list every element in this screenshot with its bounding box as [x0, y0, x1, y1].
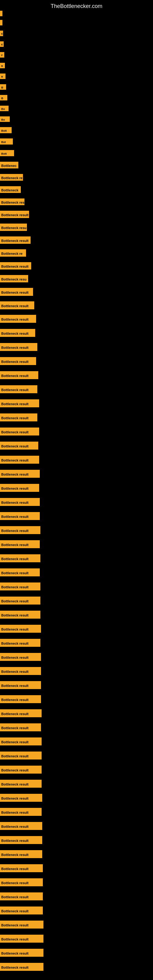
bar-item: Bottleneck result	[0, 211, 29, 218]
bar-label: Bottleneck result	[0, 470, 40, 478]
bar-label: Bottleneck result	[0, 963, 43, 971]
bar-label: Bottleneck result	[0, 625, 41, 633]
bar-item: Bottleneck result	[0, 343, 37, 351]
bar-item: Bo	[0, 106, 9, 111]
bar-item: Bottleneck result	[0, 329, 35, 337]
bar-item: E	[0, 41, 4, 47]
bar-label: Bottleneck result	[0, 639, 40, 647]
bar-item: Bottleneck result	[0, 836, 42, 844]
bar-label: Bottleneck result	[0, 878, 43, 886]
bar-label: Bottleneck re	[0, 174, 23, 181]
bar-label: Bottleneck result	[0, 236, 30, 244]
bar-item: Bottleneck result	[0, 262, 31, 269]
bar-item: Bottleneck result	[0, 850, 42, 858]
bar-item: Bottleneck result	[0, 442, 38, 450]
bar-item	[0, 20, 2, 25]
bar-label: Bottleneck result	[0, 949, 43, 957]
bar-label: Bottleneck result	[0, 709, 41, 717]
bar-label: Bottleneck result	[0, 526, 40, 534]
bar-item: Bottleneck result	[0, 526, 40, 534]
bar-item: Bottleneck result	[0, 597, 40, 605]
bar-item: Bottleneck result	[0, 751, 41, 759]
bar-label: Bottleneck resu	[0, 224, 27, 231]
bar-item: Bot	[0, 138, 13, 145]
bar-label: Bottleneck result	[0, 554, 40, 562]
bar-item: Bottleneck resu	[0, 275, 28, 282]
bar-item: Bottleneck result	[0, 780, 41, 788]
bar-label: Bottleneck result	[0, 723, 41, 731]
bar-label: B	[0, 84, 6, 90]
bar-label: Bottleneck result	[0, 751, 41, 759]
bar-label: Bottleneck	[0, 186, 21, 193]
bar-item: Bottleneck result	[0, 385, 37, 393]
bar-label	[0, 20, 2, 25]
bar-item: Bottleneck result	[0, 766, 41, 773]
bar-label: Bottleneck result	[0, 211, 29, 218]
bar-label: B	[0, 95, 7, 100]
bar-label: Bottleneck result	[0, 921, 43, 929]
bar-item: Bottleneck result	[0, 667, 41, 675]
bar-item: Bott	[0, 150, 14, 156]
bar-label: B	[0, 73, 5, 79]
bar-label: Bottleneck result	[0, 892, 43, 900]
bar-item: Bottleneck result	[0, 484, 39, 492]
bar-item: Bottleneck result	[0, 554, 40, 562]
bar-label: E	[0, 30, 3, 36]
bar-item: Bottleneck result	[0, 498, 40, 506]
bar-label: Bottleneck result	[0, 498, 40, 506]
bar-label: Bottleneck result	[0, 568, 40, 576]
bar-item: Bottleneck result	[0, 681, 41, 689]
bar-label: Bottleneck result	[0, 695, 41, 703]
bar-label: Bottleneck result	[0, 301, 34, 309]
bar-item: E	[0, 30, 3, 36]
bar-label: Bott	[0, 150, 14, 156]
bar-item: Bottleneck result	[0, 582, 40, 590]
bar-label: Bottleneck result	[0, 582, 40, 590]
bar-item: Bo	[0, 116, 10, 122]
bar-label: Bottleneck resu	[0, 275, 28, 282]
bar-item: F	[0, 52, 4, 57]
bar-label: Bottleneck result	[0, 262, 31, 269]
bar-item: Bottleneck	[0, 186, 21, 193]
bar-label: Bottleneck result	[0, 357, 36, 365]
bar-label: Bottleneck result	[0, 836, 42, 844]
bar-item: Bottleneck result	[0, 371, 38, 379]
bar-label: Bottleneck result	[0, 611, 40, 619]
bar-item: Bottleneck result	[0, 878, 43, 886]
bar-label: Bottleneck result	[0, 540, 40, 548]
bar-item: Bottleneck result	[0, 512, 40, 520]
bar-label: Bottleneck result	[0, 399, 39, 407]
bar-item: Bottleneck result	[0, 963, 43, 971]
bar-item: Bottleneck result	[0, 822, 42, 830]
bar-item: Bottleneck result	[0, 611, 40, 619]
chart-container: TheBottlenecker.com EEFBBBBBoBoBottBotBo…	[0, 0, 153, 980]
bar-label: Bottleneck result	[0, 766, 41, 773]
bar-item: Bottleneck result	[0, 357, 36, 365]
bar-item: Bottleneck result	[0, 921, 43, 929]
bar-item: Bottlenec	[0, 162, 18, 169]
bar-item: Bottleneck re	[0, 174, 23, 181]
bar-item: Bottleneck result	[0, 315, 36, 323]
bar-item: Bottleneck result	[0, 935, 43, 943]
bar-item: Bottleneck result	[0, 428, 39, 436]
bar-label: E	[0, 41, 4, 47]
bar-item: Bottleneck result	[0, 639, 40, 647]
bar-label: Bottlenec	[0, 162, 18, 169]
bar-item	[0, 11, 2, 16]
bar-item: Bottleneck result	[0, 540, 40, 548]
bar-item: Bottleneck result	[0, 907, 43, 915]
bar-label: Bottleneck result	[0, 794, 42, 802]
bar-label: Bottleneck result	[0, 288, 33, 296]
bar-label: Bottleneck result	[0, 864, 43, 872]
bar-item: Bottleneck result	[0, 892, 43, 900]
bar-label: Bottleneck result	[0, 597, 40, 605]
bar-label: Bottleneck result	[0, 907, 43, 915]
bar-label: Bottleneck result	[0, 315, 36, 323]
bar-item: Bottleneck result	[0, 949, 43, 957]
bar-label: Bottleneck result	[0, 737, 41, 745]
bar-label: Bottleneck result	[0, 442, 38, 450]
bar-label: Bottleneck result	[0, 935, 43, 943]
bar-label: Bottleneck result	[0, 371, 38, 379]
bar-item: Bottleneck result	[0, 288, 33, 296]
bar-label: Bottleneck result	[0, 667, 41, 675]
